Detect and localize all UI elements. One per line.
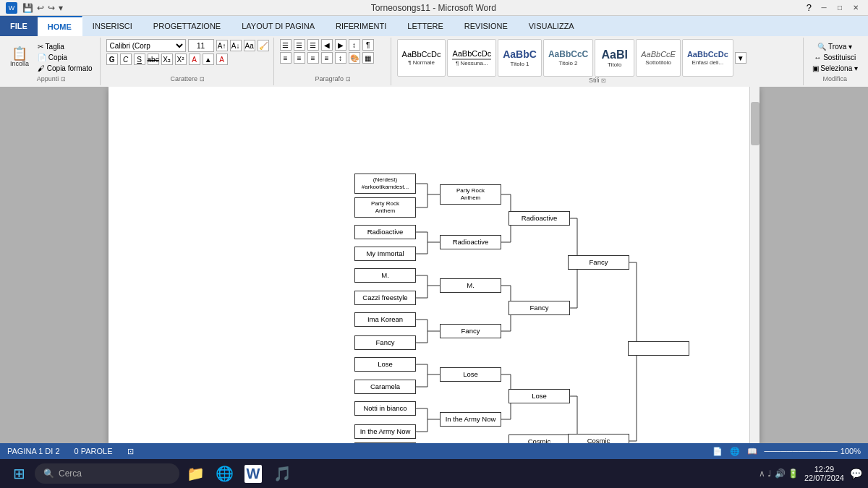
taglia-button[interactable]: ✂ Taglia xyxy=(35,42,95,51)
tab-lettere[interactable]: LETTERE xyxy=(397,16,454,36)
seleziona-button[interactable]: ▣ Seleziona ▾ xyxy=(809,64,861,73)
copia-button[interactable]: 📄 Copia xyxy=(35,53,95,62)
styles-scroll-down[interactable]: ▼ xyxy=(735,52,746,64)
tab-layout[interactable]: LAYOUT DI PAGINA xyxy=(231,16,326,36)
superscript-button[interactable]: X² xyxy=(175,53,187,65)
r1-box-10[interactable]: Caramela xyxy=(354,380,416,394)
vertical-scrollbar[interactable] xyxy=(749,87,760,443)
r1-box-4[interactable]: My Immortal xyxy=(354,247,416,261)
tab-visualizza[interactable]: VISUALIZZA xyxy=(519,16,585,36)
help-icon[interactable]: ? xyxy=(804,2,814,13)
font-family-select[interactable]: Calibri (Corp xyxy=(106,39,186,52)
sort-button[interactable]: ↕ xyxy=(349,39,360,51)
strikethrough-button[interactable]: abc xyxy=(148,53,159,65)
r2-box-5[interactable]: Lose xyxy=(440,367,501,382)
view-read-button[interactable]: 📖 xyxy=(747,447,757,456)
r4-box-1[interactable]: Fancy xyxy=(568,255,629,270)
save-button[interactable]: 💾 xyxy=(22,2,34,14)
view-web-button[interactable]: 🌐 xyxy=(730,447,740,456)
r1-box-9[interactable]: Lose xyxy=(354,357,416,372)
r1-box-3[interactable]: Radioactive xyxy=(354,225,416,239)
tab-file[interactable]: FILE xyxy=(0,16,38,36)
taskbar-chrome[interactable]: 🌐 xyxy=(211,461,237,487)
tab-home[interactable]: HOME xyxy=(38,16,82,36)
indent-decrease-button[interactable]: ◀ xyxy=(321,39,333,51)
font-grow-button[interactable]: A↑ xyxy=(216,40,228,51)
align-center-button[interactable]: ≡ xyxy=(294,52,305,64)
copia-formato-button[interactable]: 🖌 Copia formato xyxy=(35,64,95,73)
r3-box-3[interactable]: Lose xyxy=(509,389,570,403)
subscript-button[interactable]: X₂ xyxy=(161,53,173,65)
document-page[interactable]: (Nerdest)#arkootikamdest... Party RockAn… xyxy=(109,87,760,443)
r3-box-2[interactable]: Fancy xyxy=(509,301,570,315)
zoom-slider[interactable]: ───────────── 100% xyxy=(765,447,861,455)
r1-box-5[interactable]: M. xyxy=(354,268,416,283)
final-box[interactable] xyxy=(628,341,689,356)
minimize-button[interactable]: ─ xyxy=(817,3,830,13)
r1-box-12[interactable]: In the Army Now xyxy=(354,424,416,439)
font-color-button[interactable]: A xyxy=(189,53,200,65)
redo-button[interactable]: ↪ xyxy=(47,2,56,14)
font-size-input[interactable] xyxy=(188,39,214,52)
close-button[interactable]: ✕ xyxy=(849,3,862,13)
style-titolo1[interactable]: AaBbC Titolo 1 xyxy=(498,39,542,77)
undo-button[interactable]: ↩ xyxy=(36,2,45,14)
underline-button[interactable]: S xyxy=(134,53,145,65)
font-case-button[interactable]: Aa xyxy=(244,40,255,51)
view-print-button[interactable]: 📄 xyxy=(712,447,723,456)
list-number-button[interactable]: ☰ xyxy=(294,39,305,51)
clear-format-button[interactable]: 🧹 xyxy=(258,40,269,51)
r4-box-2[interactable]: Cosmic xyxy=(568,434,629,443)
line-spacing-button[interactable]: ↕ xyxy=(335,52,346,64)
highlight-button[interactable]: ▲ xyxy=(203,53,214,65)
r1-box-8[interactable]: Fancy xyxy=(354,335,416,350)
para-border-button[interactable]: ▦ xyxy=(362,52,374,64)
list-bullet-button[interactable]: ☰ xyxy=(280,39,292,51)
sostituisci-button[interactable]: ↔ Sostituisci xyxy=(811,53,859,62)
start-button[interactable]: ⊞ xyxy=(6,461,32,487)
tab-revisione[interactable]: REVISIONE xyxy=(454,16,519,36)
r2-box-3[interactable]: M. xyxy=(440,278,501,293)
taskbar-word[interactable]: W xyxy=(240,461,266,487)
style-sottotitolo[interactable]: AaBbCcE Sottotitolo xyxy=(636,39,681,77)
r2-box-6[interactable]: In the Army Now xyxy=(440,412,501,427)
para-shading-button[interactable]: 🎨 xyxy=(349,52,360,64)
tab-inserisci[interactable]: INSERISCI xyxy=(82,16,143,36)
bold-button[interactable]: G xyxy=(106,53,118,65)
taskbar-file-explorer[interactable]: 📁 xyxy=(182,461,208,487)
align-right-button[interactable]: ≡ xyxy=(307,52,319,64)
r1-box-1[interactable]: (Nerdest)#arkootikamdest... xyxy=(354,174,416,194)
scrollbar-thumb[interactable] xyxy=(751,102,760,145)
r3-box-1[interactable]: Radioactive xyxy=(509,211,570,226)
notification-icon[interactable]: 💬 xyxy=(850,468,862,479)
style-titolo[interactable]: AaBI Titolo xyxy=(595,39,634,77)
font-color2-button[interactable]: A xyxy=(216,53,228,65)
indent-increase-button[interactable]: ▶ xyxy=(335,39,346,51)
style-enfasi[interactable]: AaBbCcDc Enfasi deli... xyxy=(682,39,733,77)
r1-box-6[interactable]: Cazzi freestyle xyxy=(354,291,416,305)
taskbar-search[interactable]: 🔍 Cerca xyxy=(35,463,179,484)
r2-box-1[interactable]: Party RockAnthem xyxy=(440,184,501,205)
tab-riferimenti[interactable]: RIFERIMENTI xyxy=(326,16,397,36)
taskbar-spotify[interactable]: 🎵 xyxy=(269,461,295,487)
maximize-button[interactable]: □ xyxy=(833,3,846,13)
list-multi-button[interactable]: ☰ xyxy=(307,39,319,51)
tab-progettazione[interactable]: PROGETTAZIONE xyxy=(143,16,231,36)
align-justify-button[interactable]: ≡ xyxy=(321,52,333,64)
r2-box-2[interactable]: Radioactive xyxy=(440,235,501,249)
pilcrow-button[interactable]: ¶ xyxy=(362,39,374,51)
incolla-button[interactable]: 📋 Incolla xyxy=(7,46,32,69)
r1-box-2[interactable]: Party RockAnthem xyxy=(354,197,416,218)
r2-box-4[interactable]: Fancy xyxy=(440,324,501,338)
dropdown-button[interactable]: ▾ xyxy=(58,2,64,14)
r1-box-11[interactable]: Notti in bianco xyxy=(354,401,416,416)
trova-button[interactable]: 🔍 Trova ▾ xyxy=(814,42,855,51)
r3-box-4[interactable]: Cosmic xyxy=(509,435,570,443)
clock[interactable]: 12:29 22/07/2024 xyxy=(804,465,844,482)
style-normale[interactable]: AaBbCcDc ¶ Normale xyxy=(397,39,446,77)
font-shrink-button[interactable]: A↓ xyxy=(230,40,242,51)
style-titolo2[interactable]: AaBbCcC Titolo 2 xyxy=(543,39,593,77)
italic-button[interactable]: C xyxy=(120,53,132,65)
r1-box-7[interactable]: Ima Korean xyxy=(354,312,416,327)
align-left-button[interactable]: ≡ xyxy=(280,52,292,64)
